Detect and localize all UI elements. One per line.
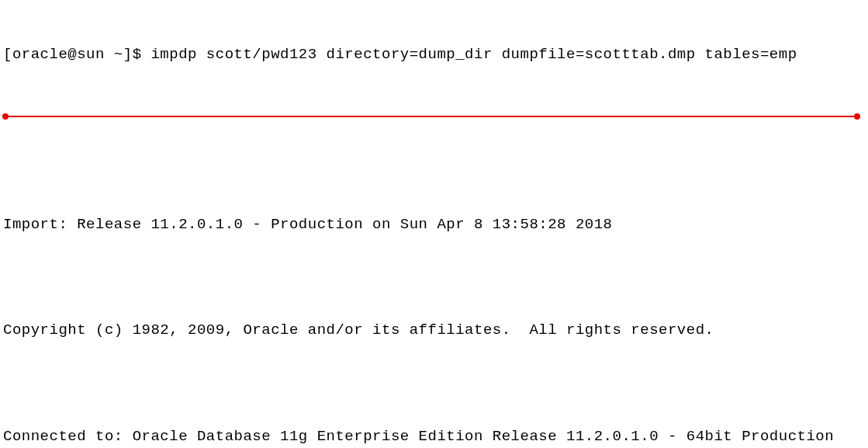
annotation-underline-1 xyxy=(5,116,857,118)
annotation-dot-1-left xyxy=(2,113,9,120)
command-line: [oracle@sun ~]$ impdp scott/pwd123 direc… xyxy=(3,44,865,65)
output-line: Copyright (c) 1982, 2009, Oracle and/or … xyxy=(3,320,865,341)
blank-line xyxy=(3,151,865,172)
terminal-output: [oracle@sun ~]$ impdp scott/pwd123 direc… xyxy=(3,2,865,448)
output-line: Import: Release 11.2.0.1.0 - Production … xyxy=(3,214,865,235)
annotation-dot-1-right xyxy=(854,113,860,120)
output-line: Connected to: Oracle Database 11g Enterp… xyxy=(3,426,865,447)
